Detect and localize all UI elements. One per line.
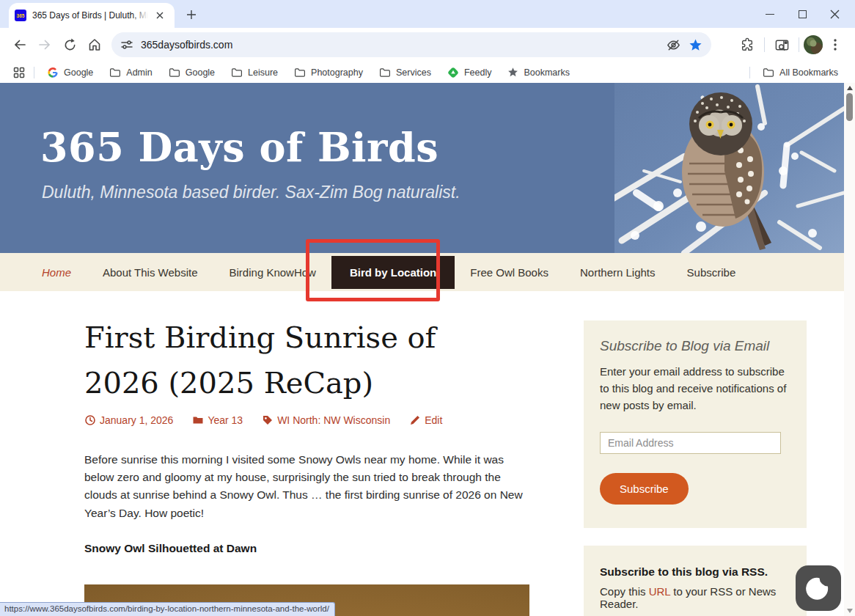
post-title: First Birding Sunrise of2026 (2025 ReCap…: [84, 315, 543, 406]
email-address-input[interactable]: [600, 432, 781, 454]
tag-icon: [263, 415, 273, 425]
browser-toolbar: 365daysofbirds.com: [0, 28, 855, 62]
bookmark-folder-leisure[interactable]: Leisure: [223, 64, 286, 81]
new-tab-button[interactable]: [182, 5, 201, 24]
email-widget-title: Subscribe to Blog via Email: [600, 338, 790, 354]
bookmark-label: Google: [64, 67, 93, 78]
bookmark-label: Services: [396, 67, 431, 78]
post-body-paragraph: Before sunrise this morning I visited so…: [84, 451, 535, 522]
site-header: 365 Days of Birds Duluth, Minnesota base…: [0, 83, 844, 253]
edit-label: Edit: [425, 414, 442, 426]
folder-icon: [763, 67, 774, 78]
window-maximize-button[interactable]: [786, 0, 818, 28]
webpage-viewport: 365 Days of Birds Duluth, Minnesota base…: [0, 83, 844, 616]
bookmark-star-icon[interactable]: [689, 38, 702, 52]
page-scrollbar[interactable]: [844, 83, 855, 616]
bookmark-label: Bookmarks: [524, 67, 570, 78]
bookmark-label: Admin: [126, 67, 152, 78]
clock-icon: [85, 415, 95, 425]
folder-icon: [231, 67, 243, 78]
nav-item-subscribe[interactable]: Subscribe: [687, 266, 736, 279]
subscribe-button[interactable]: Subscribe: [600, 473, 689, 505]
email-widget-description: Enter your email address to subscribe to…: [600, 364, 790, 414]
bookmark-label: Feedly: [464, 67, 492, 78]
folder-icon: [379, 67, 391, 78]
bookmark-label: Leisure: [248, 67, 278, 78]
moon-icon: [806, 576, 831, 601]
site-tagline: Duluth, Minnesota based birder. Sax-Zim …: [42, 183, 460, 202]
post-date: January 1, 2026: [100, 414, 173, 426]
bookmark-folder-services[interactable]: Services: [371, 64, 439, 81]
bookmarks-bar: Google Admin Google Leisure Photography …: [0, 62, 855, 83]
bookmark-feedly[interactable]: Feedly: [439, 64, 500, 81]
feedly-icon: [447, 67, 459, 78]
scroll-down-arrow[interactable]: [847, 609, 853, 613]
folder-icon: [294, 67, 306, 78]
nav-item-northern-lights[interactable]: Northern Lights: [580, 266, 656, 279]
site-info-icon[interactable]: [120, 38, 133, 51]
bookmark-folder-admin[interactable]: Admin: [101, 64, 160, 81]
side-panel-search-icon[interactable]: [769, 32, 794, 57]
site-favicon: 365: [15, 10, 26, 21]
profile-avatar[interactable]: [804, 35, 823, 54]
address-bar[interactable]: 365daysofbirds.com: [111, 32, 711, 57]
window-minimize-button[interactable]: [754, 0, 786, 28]
browser-tab[interactable]: 365 365 Days of Birds | Duluth, Minn: [9, 3, 175, 28]
email-subscribe-widget: Subscribe to Blog via Email Enter your e…: [584, 320, 807, 528]
nav-item-home[interactable]: Home: [42, 266, 71, 279]
all-bookmarks-button[interactable]: All Bookmarks: [755, 64, 846, 81]
nav-item-birding-knowhow[interactable]: Birding KnowHow: [230, 266, 316, 279]
link-status-bar: https://www.365daysofbirds.com/birding-b…: [0, 602, 335, 616]
back-button[interactable]: [7, 32, 32, 57]
header-owl-photo: [614, 83, 844, 253]
rss-widget-text: Copy this URL to your RSS or News Reader…: [600, 585, 790, 610]
browser-menu-kebab-icon[interactable]: [823, 32, 848, 57]
scrollbar-thumb[interactable]: [846, 93, 853, 121]
bookmark-folder-photography[interactable]: Photography: [286, 64, 371, 81]
rss-subscribe-widget: Subscribe to this blog via RSS. Copy thi…: [584, 546, 807, 616]
tab-close-icon[interactable]: [154, 10, 166, 21]
post-category: Year 13: [208, 414, 243, 426]
rss-widget-title: Subscribe to this blog via RSS.: [600, 565, 790, 579]
nav-item-about[interactable]: About This Website: [103, 266, 198, 279]
rss-url-link[interactable]: URL: [649, 585, 670, 598]
bookmark-label: Google: [186, 67, 215, 78]
post-meta: January 1, 2026 Year 13 WI North: NW Wis…: [85, 414, 442, 426]
post-tag: WI North: NW Wisconsin: [277, 414, 390, 426]
window-close-button[interactable]: [818, 0, 851, 28]
google-g-icon: [47, 67, 59, 78]
home-button[interactable]: [82, 32, 107, 57]
bookmark-google[interactable]: Google: [39, 64, 101, 81]
reading-mode-hidden-icon[interactable]: [666, 37, 681, 53]
post-subheading: Snowy Owl Silhouetted at Dawn: [84, 542, 257, 555]
site-title[interactable]: 365 Days of Birds: [40, 124, 438, 171]
folder-icon: [169, 67, 180, 78]
tab-title: 365 Days of Birds | Duluth, Minn: [32, 10, 148, 21]
url-text[interactable]: 365daysofbirds.com: [141, 39, 658, 51]
folder-icon: [109, 67, 121, 78]
post-tag-link[interactable]: WI North: NW Wisconsin: [263, 414, 390, 426]
star-icon: [507, 67, 518, 78]
scroll-up-arrow[interactable]: [847, 86, 853, 90]
post-category-link[interactable]: Year 13: [193, 414, 243, 426]
reload-button[interactable]: [57, 32, 82, 57]
site-nav: Home About This Website Birding KnowHow …: [0, 253, 844, 291]
forward-button[interactable]: [32, 32, 57, 57]
post-edit-link[interactable]: Edit: [410, 414, 442, 426]
bookmark-folder-google[interactable]: Google: [161, 64, 223, 81]
nav-item-bird-by-location[interactable]: Bird by Location: [331, 256, 455, 289]
bookmark-bookmarks[interactable]: Bookmarks: [499, 64, 578, 81]
category-folder-icon: [193, 416, 203, 425]
browser-titlebar: 365 365 Days of Birds | Duluth, Minn: [0, 0, 855, 28]
dark-mode-toggle[interactable]: [796, 565, 841, 611]
bookmark-label: Photography: [311, 67, 363, 78]
pencil-icon: [410, 415, 420, 425]
nav-item-free-owl-books[interactable]: Free Owl Books: [470, 266, 548, 279]
post-date-link[interactable]: January 1, 2026: [85, 414, 173, 426]
extensions-icon[interactable]: [735, 32, 760, 57]
apps-grid-icon[interactable]: [9, 62, 29, 83]
all-bookmarks-label: All Bookmarks: [779, 67, 838, 78]
